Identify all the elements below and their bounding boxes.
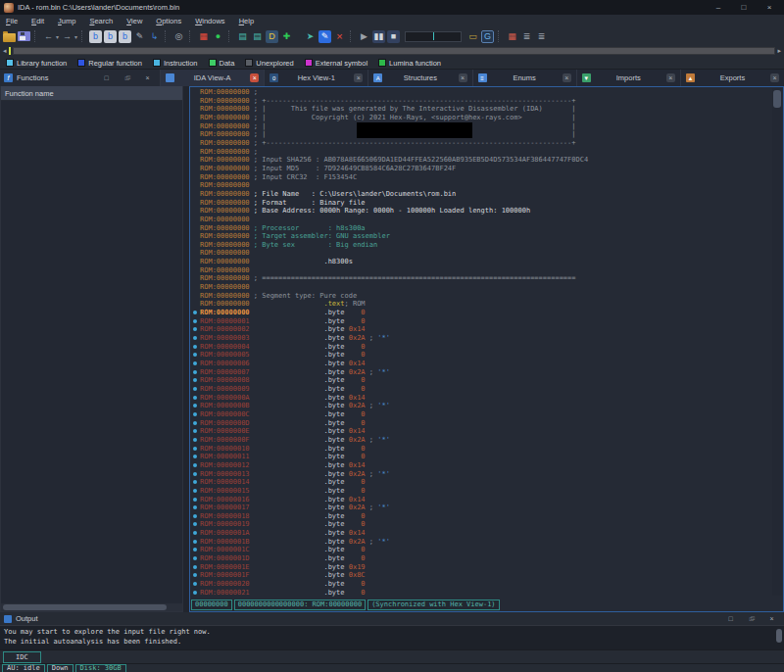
listing-line[interactable]: ROM:00000000 ; +------------------------…	[190, 97, 783, 106]
toolbar-colors-icon[interactable]: ▦	[197, 30, 210, 43]
panel-float-icon[interactable]: □	[743, 616, 760, 622]
tab-exports[interactable]: ▲Exports×	[680, 70, 784, 86]
dropdown-caret-icon[interactable]: ▾	[56, 33, 59, 40]
lumina-server-icon[interactable]: G	[481, 30, 494, 43]
toolbar-nav-back-icon[interactable]: ←▾	[42, 30, 59, 43]
toolbar-jump-segment-icon[interactable]: b	[119, 30, 131, 43]
data-definition-icon[interactable]: D	[266, 30, 278, 43]
listing-line[interactable]: ROM:00000000	[190, 216, 783, 224]
listing-line[interactable]: ROM:00000000 ; Input MD5 : 7D924649CB858…	[190, 165, 783, 173]
scrollbar-thumb[interactable]	[3, 604, 167, 610]
listing-line[interactable]: ROM:00000014 .byte 0	[190, 478, 783, 487]
navband-right-icon[interactable]: ▸	[777, 47, 781, 55]
listing-line[interactable]: ROM:00000000 ; +------------------------…	[190, 139, 783, 148]
listing-line[interactable]: ROM:00000000 ;	[190, 88, 783, 97]
listing-line[interactable]: ROM:00000000 ; =========================…	[190, 274, 783, 283]
toolbar-flow-chart-icon[interactable]: ≣	[520, 30, 533, 43]
listing-line[interactable]: ROM:00000019 .byte 0	[190, 520, 783, 529]
listing-line[interactable]: ROM:00000000 ; | |	[190, 130, 783, 139]
panel-close-icon[interactable]: ×	[763, 615, 780, 622]
lumina-icon[interactable]: ●	[212, 30, 224, 43]
listing-line[interactable]: ROM:00000000	[190, 283, 783, 292]
listing-line[interactable]: ROM:00000000 .byte 0	[190, 309, 783, 317]
jump-address-icon[interactable]: ↳	[148, 30, 161, 43]
functions-column-header[interactable]: Function name	[1, 86, 182, 101]
nav-forward-icon[interactable]: →	[61, 30, 74, 43]
chart-icon[interactable]: ▦	[506, 30, 518, 43]
listing-line[interactable]: ROM:00000000	[190, 181, 783, 190]
add-function-icon[interactable]: ✚	[280, 30, 293, 43]
toolbar-asm-view-icon[interactable]: ▤	[236, 30, 249, 43]
toolbar-chart-icon[interactable]: ▦	[506, 30, 518, 43]
panel-maximize-icon[interactable]: □	[98, 74, 115, 81]
close-icon[interactable]: ×	[759, 0, 780, 15]
tab-close-icon[interactable]: ×	[459, 73, 467, 82]
listing-line[interactable]: ROM:0000000D .byte 0	[190, 419, 783, 428]
scrollbar-thumb[interactable]	[773, 90, 781, 108]
listing-line[interactable]: ROM:00000004 .byte 0	[190, 343, 783, 352]
menu-search[interactable]: Search	[89, 17, 113, 25]
toolbar-debug-stop-icon[interactable]: ■	[387, 30, 400, 43]
toolbar-debug-pause-icon[interactable]: ▮▮	[372, 30, 385, 43]
listing-line[interactable]: ROM:00000009 .byte 0	[190, 385, 783, 394]
search-icon[interactable]: ◎	[172, 30, 185, 43]
listing-line[interactable]: ROM:00000007 .byte 0x2A ; '*'	[190, 368, 783, 377]
undefine-icon[interactable]: ×	[333, 30, 346, 43]
menu-jump[interactable]: Jump	[58, 17, 75, 25]
panel-float-icon[interactable]: □	[119, 75, 135, 81]
functions-list[interactable]	[1, 101, 182, 603]
toolbar-jump-by-name-icon[interactable]: b	[89, 30, 102, 43]
listing-line[interactable]: ROM:00000000 ; | This file was generated…	[190, 105, 783, 114]
debug-run-icon[interactable]: ▶	[358, 30, 370, 43]
panel-close-icon[interactable]: ×	[139, 74, 156, 81]
listing-line[interactable]: ROM:00000008 .byte 0	[190, 376, 783, 385]
keyboard-icon[interactable]: ✎	[133, 30, 146, 43]
toolbar-undefine-icon[interactable]: ×	[333, 30, 346, 43]
tab-imports[interactable]: ▼Imports×	[576, 70, 680, 86]
listing-line[interactable]: ROM:00000000 ; Base Address: 0000h Range…	[190, 207, 783, 216]
functions-hscrollbar[interactable]	[1, 603, 182, 611]
listing-line[interactable]: ROM:0000001D .byte 0	[190, 554, 783, 563]
listing-line[interactable]: ROM:0000000E .byte 0x14	[190, 427, 783, 436]
listing-line[interactable]: ROM:00000010 .byte 0	[190, 445, 783, 454]
jump-segment-icon[interactable]: b	[119, 30, 131, 43]
tab-close-icon[interactable]: ×	[563, 73, 571, 82]
toolbar-jump-function-icon[interactable]: b	[104, 30, 117, 43]
toolbar-save-file-icon[interactable]	[18, 31, 30, 41]
listing-line[interactable]: ROM:00000000 ; Segment type: Pure code	[190, 292, 783, 301]
listing-line[interactable]: ROM:00000012 .byte 0x14	[190, 461, 783, 470]
toolbar-lumina-icon[interactable]: ●	[212, 30, 224, 43]
listing-line[interactable]: ROM:00000016 .byte 0x14	[190, 496, 783, 504]
toolbar-jump-address-icon[interactable]: ↳	[148, 30, 161, 43]
listing-line[interactable]: ROM:00000000 ; | Copyright (c) 2021 Hex-…	[190, 114, 783, 122]
tab-close-icon[interactable]: ×	[666, 73, 675, 82]
listing-line[interactable]: ROM:00000001 .byte 0	[190, 317, 783, 326]
tab-structures[interactable]: AStructures×	[368, 70, 471, 86]
output-log[interactable]: You may start to explore the input file …	[0, 625, 784, 649]
save-file-icon[interactable]	[18, 31, 30, 41]
scrollbar-thumb[interactable]	[776, 629, 782, 643]
menu-view[interactable]: View	[126, 17, 142, 25]
debug-stop-icon[interactable]: ■	[387, 30, 400, 43]
script-snippet-icon[interactable]: ▭	[466, 30, 479, 43]
menu-edit[interactable]: Edit	[31, 17, 44, 25]
command-input[interactable]	[405, 31, 462, 42]
listing-line[interactable]: ROM:0000001E .byte 0x19	[190, 563, 783, 572]
listing-line[interactable]: ROM:00000000 ; | |	[190, 122, 783, 131]
toolbar-edit-icon[interactable]: ✎	[318, 30, 331, 43]
listing-line[interactable]: ROM:00000000 .text; ROM	[190, 300, 783, 309]
navigation-band[interactable]: ◂ ▸	[0, 45, 784, 57]
listing-line[interactable]: ROM:0000001A .byte 0x14	[190, 529, 783, 538]
toolbar-data-definition-icon[interactable]: D	[266, 30, 278, 43]
idc-tab-button[interactable]: IDC	[3, 651, 41, 663]
toolbar-debug-run-icon[interactable]: ▶	[358, 30, 370, 43]
listing-line[interactable]: ROM:0000000C .byte 0	[190, 410, 783, 419]
nav-back-icon[interactable]: ←	[42, 30, 55, 43]
jump-by-name-icon[interactable]: b	[89, 30, 102, 43]
toolbar-keyboard-icon[interactable]: ✎	[133, 30, 146, 43]
listing-line[interactable]: ROM:0000001B .byte 0x2A ; '*'	[190, 538, 783, 547]
tab-close-icon[interactable]: ×	[354, 73, 363, 82]
menu-options[interactable]: Options	[156, 17, 181, 25]
listing-line[interactable]: ROM:00000017 .byte 0x2A ; '*'	[190, 504, 783, 512]
listing-line[interactable]: ROM:00000000 ; Target assembler: GNU ass…	[190, 232, 783, 241]
